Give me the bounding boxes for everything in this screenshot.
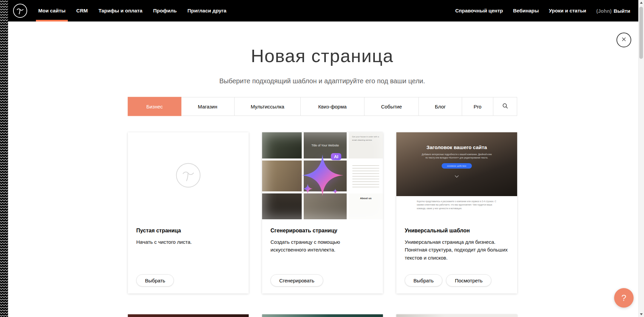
page-title: Новая страница (128, 45, 517, 67)
tab-blog[interactable]: Блог (419, 97, 462, 116)
template-cards-row-partial (128, 314, 517, 317)
card-blank-page: Пустая страница Начать с чистого листа. … (128, 132, 249, 293)
tab-quiz-form[interactable]: Квиз-форма (301, 97, 364, 116)
logout-link[interactable]: Выйти (614, 8, 630, 14)
card-title: Универсальный шаблон (405, 228, 509, 234)
top-navbar: Мои сайты CRM Тарифы и оплата Профиль Пр… (0, 0, 644, 21)
collage-tile: Get your house in order with a smart cle… (349, 132, 383, 158)
template-card-partial[interactable] (396, 314, 517, 317)
select-blank-button[interactable]: Выбрать (136, 274, 174, 286)
preview-subtext: Добавьте интересные подробности о вашей … (421, 153, 493, 160)
scroll-up-icon[interactable] (640, 2, 643, 4)
navbar-right-items: Справочный центр Вебинары Уроки и статьи… (455, 0, 630, 21)
collage-tile (349, 161, 383, 191)
tab-event[interactable]: Событие (364, 97, 419, 116)
nav-item-my-sites[interactable]: Мои сайты (38, 0, 65, 21)
card-title: Пустая страница (136, 228, 240, 234)
help-button[interactable]: ? (614, 288, 634, 308)
blank-page-preview (128, 132, 249, 219)
tab-search[interactable] (493, 97, 517, 116)
preview-cta-button: основное действие (442, 163, 472, 169)
tilda-watermark-icon (176, 163, 201, 189)
preview-body-text: Коротко представьтесь и расскажите о ком… (417, 200, 497, 219)
tilda-logo[interactable] (13, 3, 28, 18)
preview-template-button[interactable]: Посмотреть (446, 274, 491, 286)
tab-business[interactable]: Бизнес (128, 97, 181, 116)
navbar-left-items: Мои сайты CRM Тарифы и оплата Профиль Пр… (38, 0, 227, 21)
tab-store[interactable]: Магазин (181, 97, 235, 116)
close-icon (621, 37, 627, 43)
page-subtitle: Выберите подходящий шаблон и адаптируйте… (128, 77, 517, 85)
chevron-down-icon (455, 174, 458, 177)
card-description: Создать страницу с помощью искусственног… (270, 238, 375, 254)
card-universal-template: Заголовок вашего сайта Добавьте интересн… (396, 132, 517, 293)
nav-item-lessons[interactable]: Уроки и статьи (549, 0, 586, 21)
nav-item-webinars[interactable]: Вебинары (513, 0, 539, 21)
card-ai-generate: Title of Your Website Get your house in … (262, 132, 383, 293)
template-card-partial[interactable] (128, 314, 249, 317)
preview-heading: Заголовок вашего сайта (427, 144, 487, 150)
scroll-down-icon[interactable] (640, 313, 643, 315)
collage-tile: About us (349, 193, 383, 219)
card-title: Сгенерировать страницу (270, 228, 375, 234)
tab-pro[interactable]: Pro (462, 97, 493, 116)
user-menu: (John) Выйти (596, 8, 630, 14)
scroll-thumb[interactable] (639, 7, 643, 59)
template-cards-row: Пустая страница Начать с чистого листа. … (128, 132, 517, 293)
preview-hero: Заголовок вашего сайта Добавьте интересн… (396, 132, 517, 196)
generate-button[interactable]: Сгенерировать (270, 274, 323, 286)
search-icon (502, 103, 508, 110)
question-icon: ? (622, 293, 626, 303)
card-description: Универсальная страница для бизнеса. Поня… (405, 238, 509, 262)
tab-multilink[interactable]: Мультиссылка (235, 97, 301, 116)
ai-badge: AI (331, 153, 341, 160)
preview-body: Коротко представьтесь и расскажите о ком… (396, 196, 517, 219)
select-template-button[interactable]: Выбрать (405, 274, 442, 286)
zigzag-pattern (0, 0, 8, 317)
template-preview: Заголовок вашего сайта Добавьте интересн… (396, 132, 517, 219)
template-category-tabs: Бизнес Магазин Мультиссылка Квиз-форма С… (128, 97, 517, 116)
nav-item-pricing[interactable]: Тарифы и оплата (98, 0, 142, 21)
nav-item-profile[interactable]: Профиль (153, 0, 177, 21)
card-description: Начать с чистого листа. (136, 238, 240, 246)
user-name: (John) (596, 8, 612, 14)
nav-item-help-center[interactable]: Справочный центр (455, 0, 503, 21)
nav-item-invite-friend[interactable]: Пригласи друга (187, 0, 226, 21)
close-button[interactable] (616, 33, 631, 47)
ai-sparkle-icon (294, 147, 351, 205)
template-card-partial[interactable] (262, 314, 383, 317)
nav-item-crm[interactable]: CRM (76, 0, 88, 21)
scrollbar[interactable] (638, 0, 644, 317)
ai-preview: Title of Your Website Get your house in … (262, 132, 383, 219)
